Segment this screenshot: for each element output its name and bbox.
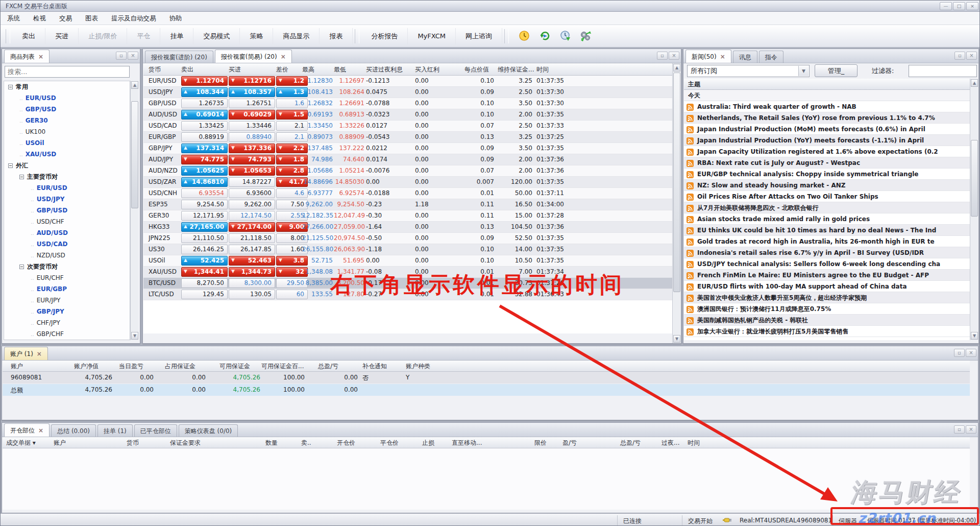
restore-icon[interactable]: ▫ (954, 425, 965, 434)
close-icon[interactable]: × (720, 51, 725, 62)
quote-row-AUD/USD[interactable]: AUD/USD▲0.69014▼0.69029▼1.50.691930.6891… (143, 109, 672, 121)
quote-row-AUD/NZD[interactable]: AUD/NZD▲1.05625▼1.05653▼2.81.056861.0521… (143, 165, 672, 177)
toolbar-button-分析报告[interactable]: 分析报告 (361, 28, 408, 44)
news-item[interactable]: EUR/GBP technical analysis: Choppy insid… (684, 169, 970, 180)
toolbar-button-买进[interactable]: 买进 (45, 28, 79, 44)
quote-row-USD/JPY[interactable]: USD/JPY▲108.344▲108.357▲1.3108.413108.26… (143, 87, 672, 98)
quote-cell-sell[interactable]: 12,171.95 (181, 211, 228, 221)
quote-cell-sell[interactable]: ▼74.775 (181, 155, 228, 164)
quote-cell-sell[interactable]: 6.93554 (181, 188, 228, 198)
toolbar-button-报表[interactable]: 报表 (320, 28, 353, 44)
toolbar-button-MyFXCM[interactable]: MyFXCM (408, 28, 456, 44)
tree-item-XAU/USD[interactable]: ‥XAU/USD (4, 149, 130, 160)
quote-cell-buy[interactable]: 26,147.85 (229, 245, 275, 254)
scrollbar-thumb[interactable] (971, 140, 978, 217)
quote-cell-buy[interactable]: 12,174.50 (229, 211, 275, 221)
positions-column-开仓价[interactable]: 开仓价 (337, 439, 355, 447)
positions-tab-挂单 (1)[interactable]: 挂单 (1) (97, 424, 133, 437)
quote-row-USD/ZAR[interactable]: USD/ZAR▲14.8681014.87227▼41.714.8869614.… (143, 177, 672, 188)
accounts-tab-账户 (1)[interactable]: 账户 (1)× (4, 347, 48, 360)
tree-item-主要货币对[interactable]: 主要货币对 (4, 171, 130, 182)
toolbar-button-挂单[interactable]: 挂单 (160, 28, 193, 44)
quote-cell-sell[interactable]: ▲137.314 (181, 144, 228, 153)
close-icon[interactable]: × (37, 348, 42, 360)
quote-cell-buy[interactable]: 0.88940 (229, 132, 275, 142)
positions-tab-开仓部位[interactable]: 开仓部位× (4, 423, 50, 437)
close-icon[interactable]: × (966, 2, 978, 10)
quote-cell-buy[interactable]: ▼74.793 (229, 155, 275, 164)
quotes-column-维持保证金...[interactable]: 维持保证金... (498, 65, 534, 74)
quote-cell-sell[interactable]: 21,110.50 (181, 233, 228, 243)
close-icon[interactable]: × (966, 52, 977, 60)
positions-column-数量[interactable]: 数量 (265, 439, 278, 447)
scrollbar-thumb[interactable] (131, 101, 138, 208)
positions-column-时间[interactable]: 时间 (688, 439, 700, 447)
close-icon[interactable]: × (669, 52, 679, 60)
quote-cell-sell[interactable]: 1.26735 (181, 99, 228, 108)
toolbar-button-交易模式[interactable]: 交易模式 (193, 28, 240, 44)
restore-icon[interactable]: ▫ (116, 52, 127, 60)
quotes-column-最高[interactable]: 最高 (302, 65, 314, 74)
close-icon[interactable]: × (281, 51, 286, 62)
news-item[interactable]: 美国首次申领失业救济人数攀升至5周高位，超出经济学家预期 (684, 292, 970, 303)
restore-icon[interactable]: ▫ (954, 349, 965, 357)
news-item[interactable]: Indonesia's retail sales rise 6.7% y/y i… (684, 247, 970, 258)
news-item[interactable]: 加拿大丰业银行：就业增长疲弱料打压5月美国零售销售 (684, 326, 970, 337)
accounts-column-账户[interactable]: 账户 (11, 362, 23, 371)
tree-item-AUD/USD[interactable]: ‥AUD/USD (4, 227, 130, 238)
quotes-column-时间[interactable]: 时间 (536, 65, 549, 74)
quotes-column-货币[interactable]: 货币 (149, 65, 161, 74)
menu-item-交易[interactable]: 交易 (53, 12, 79, 25)
scroll-down-icon[interactable]: ▼ (971, 332, 978, 340)
news-item[interactable]: Oil Prices Rise After Attacks on Two Oil… (684, 191, 970, 202)
tree-item-EUR/CHF[interactable]: ‥EUR/CHF (4, 272, 130, 283)
news-item[interactable]: Asian stocks trade mixed amid rally in g… (684, 213, 970, 225)
scroll-up-icon[interactable]: ▲ (673, 64, 680, 71)
tree-item-GBP/CHF[interactable]: ‥GBP/CHF (4, 328, 130, 340)
positions-column-卖..[interactable]: 卖.. (301, 439, 311, 447)
toolbar-button-商品显示[interactable]: 商品显示 (273, 28, 320, 44)
menu-item-图表[interactable]: 图表 (79, 12, 105, 25)
scroll-up-icon[interactable]: ▲ (131, 81, 138, 89)
menu-item-检视[interactable]: 检视 (27, 12, 53, 25)
news-item[interactable]: EU thinks UK could be hit 10 times as ha… (684, 225, 970, 236)
news-item[interactable]: RBA: Next rate cut is July or August? - … (684, 157, 970, 169)
tree-item-CHF/JPY[interactable]: ‥CHF/JPY (4, 317, 130, 328)
positions-column-限价[interactable]: 限价 (534, 439, 547, 447)
quote-cell-buy[interactable]: ▲108.357 (229, 87, 275, 97)
positions-tab-总结 (0.00)[interactable]: 总结 (0.00) (51, 424, 96, 437)
tree-item-EUR/USD[interactable]: ‥EUR/USD (4, 92, 130, 104)
positions-column-成交单据[interactable]: 成交单据 ▾ (6, 439, 36, 447)
positions-column-直至移动...[interactable]: 直至移动... (452, 439, 482, 447)
quote-cell-buy[interactable]: 9,262.00 (229, 200, 275, 209)
quote-row-USD/CNH[interactable]: USD/CNH6.935546.936004.66.937776.92574-0… (143, 188, 672, 199)
positions-column-过夜...[interactable]: 过夜... (662, 439, 679, 447)
manage-button[interactable]: 管理_ (815, 64, 857, 77)
quote-cell-sell[interactable]: ▲108.344 (181, 87, 228, 97)
quote-cell-buy[interactable]: 14.87227 (229, 177, 275, 187)
quote-cell-sell[interactable]: 1.33425 (181, 121, 228, 131)
quote-row-ESP35[interactable]: ESP359,254.509,262.007.509,262.009,254.5… (143, 199, 672, 210)
tree-item-EUR/JPY[interactable]: ‥EUR/JPY (4, 295, 130, 306)
close-icon[interactable]: × (966, 349, 976, 357)
accounts-column-补仓通知[interactable]: 补仓通知 (362, 362, 387, 371)
account-row[interactable]: 960890814,705.260.000.004,705.26100.000.… (3, 372, 970, 384)
tree-item-外汇[interactable]: 外汇 (4, 160, 130, 171)
news-tab-指令[interactable]: 指令 (759, 51, 783, 63)
tree-item-EUR/USD[interactable]: ‥EUR/USD (4, 182, 130, 194)
accounts-column-可用保证金[interactable]: 可用保证金 (219, 362, 250, 371)
accounts-column-账户种类[interactable]: 账户种类 (406, 362, 430, 371)
quote-cell-buy[interactable]: ▼52.463 (229, 256, 275, 266)
positions-column-盈/亏[interactable]: 盈/亏 (562, 439, 577, 447)
accounts-total-row[interactable]: 总额4,705.260.000.004,705.26100.000.00 (3, 384, 970, 396)
quote-cell-sell[interactable]: 0.88919 (181, 132, 228, 142)
tree-item-GER30[interactable]: ‥GER30 (4, 115, 130, 126)
history-clock-icon[interactable] (559, 30, 571, 42)
news-item[interactable]: EUR/USD flirts with 100-day MA support a… (684, 281, 970, 292)
news-item[interactable]: NZ: Slow and steady housing market - ANZ (684, 180, 970, 191)
collapse-icon[interactable] (19, 175, 24, 179)
quote-row-EUR/GBP[interactable]: EUR/GBP0.889190.889402.10.890730.88909-0… (143, 132, 672, 143)
quote-row-US30[interactable]: US3026,146.2526,147.851.6026,155.8026,06… (143, 244, 672, 255)
accounts-column-当日盈亏[interactable]: 当日盈亏 (119, 362, 143, 371)
quote-cell-sell[interactable]: 26,146.25 (181, 245, 228, 254)
